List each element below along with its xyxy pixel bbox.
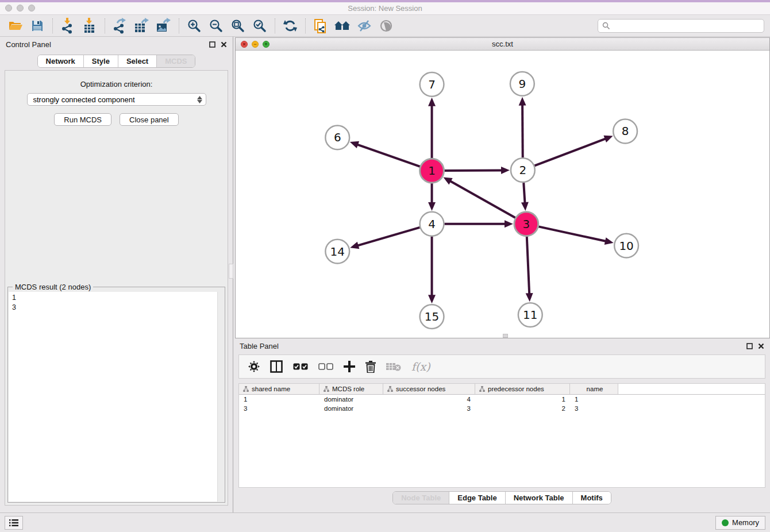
- save-session-icon[interactable]: [28, 17, 47, 35]
- minimize-network-icon[interactable]: −: [252, 41, 259, 48]
- minimize-window-button[interactable]: [17, 5, 24, 11]
- export-image-icon[interactable]: [154, 17, 174, 35]
- splitter-grip[interactable]: [229, 264, 233, 279]
- column-header-name[interactable]: name: [570, 384, 618, 394]
- home-icon[interactable]: [333, 17, 352, 35]
- graph-node-7[interactable]: 7: [420, 72, 444, 97]
- graph-node-1[interactable]: 1: [420, 159, 444, 183]
- cell-predecessor-nodes[interactable]: 1: [475, 396, 570, 403]
- delete-table-icon[interactable]: [386, 362, 401, 371]
- import-table-icon[interactable]: [80, 17, 99, 35]
- delete-column-icon[interactable]: [365, 361, 376, 373]
- close-network-icon[interactable]: ×: [241, 41, 248, 48]
- graph-node-4[interactable]: 4: [420, 212, 444, 236]
- edge-1-4[interactable]: [428, 183, 436, 211]
- import-network-icon[interactable]: [58, 17, 78, 35]
- cell-name[interactable]: 3: [570, 405, 618, 412]
- network-canvas[interactable]: 1234678910111415: [236, 51, 769, 338]
- maximize-network-icon[interactable]: +: [263, 41, 270, 48]
- tab-edge-table[interactable]: Edge Table: [449, 492, 505, 504]
- edge-1-6[interactable]: [350, 141, 420, 167]
- open-session-icon[interactable]: [6, 17, 25, 35]
- column-header-predecessor-nodes[interactable]: predecessor nodes: [475, 384, 570, 394]
- optimization-criterion-select[interactable]: strongly connected component: [27, 93, 206, 106]
- zoom-selected-icon[interactable]: [250, 17, 270, 35]
- gear-icon[interactable]: [248, 361, 260, 372]
- cell-successor-nodes[interactable]: 4: [383, 396, 475, 403]
- graph-node-6[interactable]: 6: [325, 126, 349, 150]
- column-header-shared-name[interactable]: shared name: [239, 384, 319, 394]
- memory-button[interactable]: Memory: [715, 516, 765, 530]
- cell-successor-nodes[interactable]: 3: [383, 405, 475, 412]
- graph-node-9[interactable]: 9: [510, 72, 534, 96]
- table-row[interactable]: 1dominator411: [239, 395, 765, 404]
- float-panel-icon[interactable]: [209, 41, 215, 48]
- column-header-successor-nodes[interactable]: successor nodes: [383, 384, 475, 394]
- edge-1-7[interactable]: [428, 98, 436, 159]
- task-history-button[interactable]: [5, 516, 23, 530]
- show-graphics-details-icon[interactable]: [355, 17, 374, 35]
- tab-mcds[interactable]: MCDS: [157, 55, 195, 67]
- eye-icon[interactable]: [376, 17, 396, 35]
- tab-select[interactable]: Select: [118, 55, 157, 67]
- edge-2-9[interactable]: [519, 97, 526, 158]
- deselect-all-checkboxes-icon[interactable]: [318, 363, 333, 370]
- column-selector-icon[interactable]: [270, 360, 283, 373]
- horizontal-splitter-grip[interactable]: [503, 334, 508, 338]
- select-all-checkboxes-icon[interactable]: [293, 363, 308, 370]
- vertical-splitter[interactable]: [233, 37, 234, 512]
- table-row[interactable]: 3dominator323: [239, 404, 765, 413]
- edge-3-1[interactable]: [443, 177, 515, 218]
- graph-node-15[interactable]: 15: [420, 304, 444, 329]
- tab-node-table[interactable]: Node Table: [393, 492, 449, 504]
- zoom-out-icon[interactable]: [206, 17, 226, 35]
- cell-name[interactable]: 1: [570, 396, 618, 403]
- graph-node-14[interactable]: 14: [325, 240, 349, 264]
- cell-MCDS-role[interactable]: dominator: [319, 396, 383, 403]
- run-mcds-button[interactable]: Run MCDS: [54, 113, 111, 126]
- cell-shared-name[interactable]: 1: [239, 396, 319, 403]
- edge-4-15[interactable]: [428, 237, 436, 303]
- edge-4-3[interactable]: [444, 220, 513, 228]
- column-header-label: MCDS role: [332, 385, 364, 392]
- search-box: [598, 19, 764, 33]
- edge-2-8[interactable]: [534, 136, 613, 166]
- close-window-button[interactable]: [5, 5, 12, 11]
- column-header-MCDS-role[interactable]: MCDS role: [319, 384, 383, 394]
- edge-3-10[interactable]: [538, 226, 613, 244]
- add-column-icon[interactable]: [344, 361, 355, 372]
- result-scrollbar[interactable]: [217, 292, 224, 502]
- edge-2-3[interactable]: [521, 183, 529, 211]
- clone-network-icon[interactable]: [311, 17, 330, 35]
- float-table-panel-icon[interactable]: [746, 343, 753, 349]
- edge-4-14[interactable]: [350, 228, 419, 249]
- tab-network[interactable]: Network: [38, 55, 84, 67]
- cell-shared-name[interactable]: 3: [239, 405, 319, 412]
- graph-node-8[interactable]: 8: [613, 119, 637, 144]
- refresh-layout-icon[interactable]: [280, 17, 300, 35]
- function-builder-icon[interactable]: f(x): [411, 360, 430, 373]
- cell-MCDS-role[interactable]: dominator: [319, 405, 383, 412]
- export-network-icon[interactable]: [110, 17, 130, 35]
- zoom-fit-icon[interactable]: [228, 17, 248, 35]
- search-input[interactable]: [598, 19, 764, 33]
- tab-style[interactable]: Style: [84, 55, 118, 67]
- maximize-window-button[interactable]: [28, 5, 35, 11]
- edge-1-2[interactable]: [444, 167, 510, 174]
- graph-node-11[interactable]: 11: [518, 303, 542, 327]
- graph-node-10[interactable]: 10: [614, 234, 638, 258]
- close-table-panel-icon[interactable]: [758, 343, 764, 349]
- mcds-result-textarea[interactable]: 1 3: [9, 292, 224, 502]
- export-table-icon[interactable]: [132, 17, 152, 35]
- close-panel-icon[interactable]: [221, 41, 227, 48]
- graph-node-2[interactable]: 2: [511, 158, 535, 182]
- edge-3-11[interactable]: [526, 237, 533, 302]
- cell-predecessor-nodes[interactable]: 2: [475, 405, 570, 412]
- mcds-result-group: MCDS result (2 nodes) 1 3: [7, 287, 225, 503]
- tab-motifs[interactable]: Motifs: [573, 492, 611, 504]
- close-panel-button[interactable]: Close panel: [120, 113, 179, 126]
- zoom-in-icon[interactable]: [184, 17, 204, 35]
- graph-node-3[interactable]: 3: [514, 212, 538, 236]
- tab-network-table[interactable]: Network Table: [506, 492, 573, 504]
- optimization-criterion-label: Optimization criterion:: [5, 80, 228, 88]
